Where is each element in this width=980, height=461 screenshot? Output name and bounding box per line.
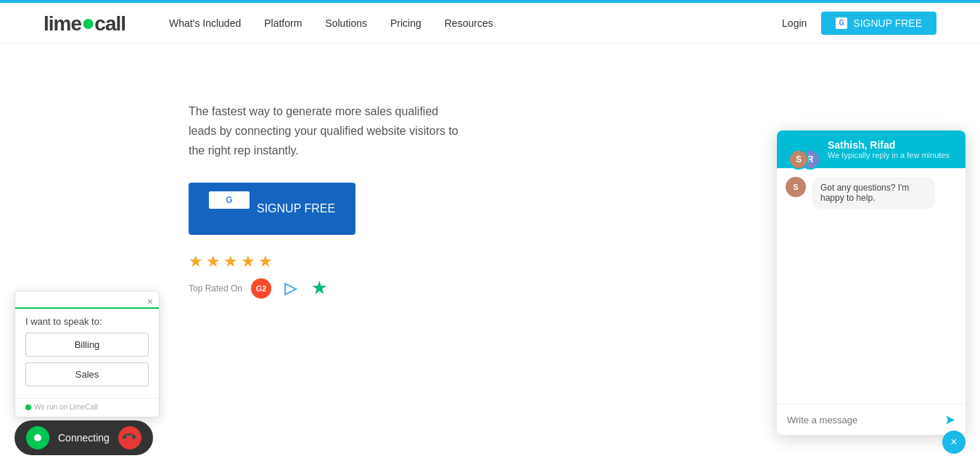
popup-title: I want to speak to: — [15, 309, 159, 333]
chat-widget: S R Sathish, Rifad We typically reply in… — [777, 130, 965, 357]
ratings-row: Top Rated On G2 ▷ ★ — [189, 278, 791, 299]
chat-body: S Got any questions? I'm happy to help. — [777, 168, 965, 357]
popup-widget: × I want to speak to: Billing Sales We r… — [15, 291, 160, 357]
logo-call: call — [94, 12, 125, 35]
chat-bubble: Got any questions? I'm happy to help. — [812, 177, 935, 209]
chat-reply-time: We typically reply in a few minutes — [828, 151, 954, 159]
nav: What's Included Platform Solutions Prici… — [169, 17, 782, 29]
star-5: ★ — [258, 252, 273, 271]
star-1: ★ — [189, 252, 203, 271]
nav-platform[interactable]: Platform — [264, 17, 302, 29]
logo-lime: lime — [44, 12, 81, 35]
nav-pricing[interactable]: Pricing — [390, 17, 421, 29]
popup-close-button[interactable]: × — [147, 296, 153, 307]
hero-google-icon: G — [209, 191, 250, 209]
star-2: ★ — [206, 252, 221, 271]
top-rated-label: Top Rated On — [189, 283, 242, 294]
popup-billing-button[interactable]: Billing — [25, 333, 149, 357]
logo[interactable]: lime●call — [44, 9, 125, 36]
chat-msg-avatar: S — [786, 177, 806, 197]
hero-signup-label: SIGNUP FREE — [257, 202, 335, 215]
trustpilot-badge: ★ — [309, 278, 329, 299]
hero-signup-button[interactable]: G SIGNUP FREE — [189, 183, 355, 235]
signup-label: SIGNUP FREE — [853, 17, 922, 29]
popup-header: × — [15, 291, 159, 309]
chat-header-info: Sathish, Rifad We typically reply in a f… — [828, 139, 954, 159]
chat-agent-name: Sathish, Rifad — [828, 139, 954, 151]
chat-message-row: S Got any questions? I'm happy to help. — [786, 177, 957, 209]
header-right: Login G SIGNUP FREE — [782, 12, 936, 35]
nav-solutions[interactable]: Solutions — [325, 17, 367, 29]
signup-button[interactable]: G SIGNUP FREE — [821, 12, 936, 35]
google-icon: G — [836, 17, 847, 29]
star-rating: ★ ★ ★ ★ ★ — [189, 252, 791, 271]
nav-resources[interactable]: Resources — [445, 17, 493, 29]
hero-text: The fastest way to generate more sales q… — [189, 101, 464, 161]
star-4: ★ — [241, 252, 255, 271]
chat-header: S R Sathish, Rifad We typically reply in… — [777, 130, 965, 168]
nav-whats-included[interactable]: What's Included — [169, 17, 241, 29]
capterra-badge: ▷ — [280, 278, 300, 299]
chat-avatar-sathish: S — [788, 149, 809, 170]
star-3: ★ — [223, 252, 238, 271]
login-button[interactable]: Login — [782, 17, 807, 29]
g2-badge: G2 — [251, 278, 271, 299]
header: lime●call What's Included Platform Solut… — [0, 3, 980, 43]
logo-dot: ● — [81, 9, 94, 36]
